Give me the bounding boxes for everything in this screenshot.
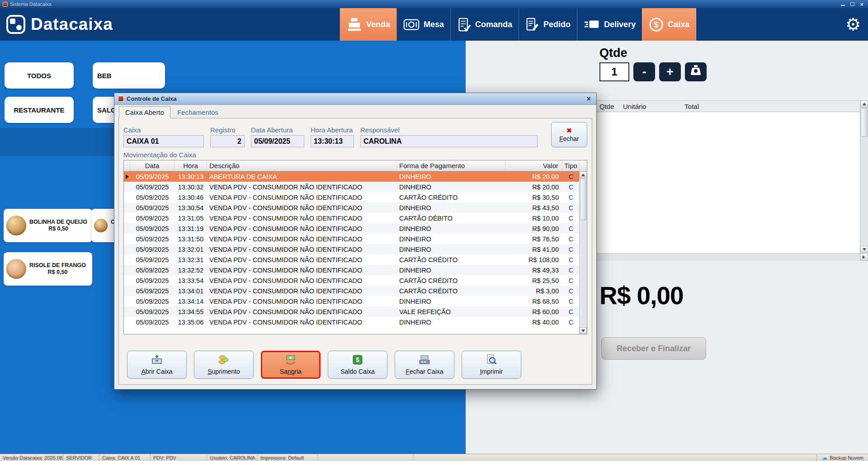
suprimento-button[interactable]: Suprimento	[194, 351, 254, 379]
movement-row[interactable]: 05/09/2025 13:34:14 VENDA PDV - CONSUMID…	[124, 296, 579, 306]
column-forma-pagamento[interactable]: Forma de Pagamento	[397, 160, 505, 171]
cash-actions: Abrir Caixa Suprimento Sangria	[123, 351, 587, 379]
scroll-down-icon[interactable]	[860, 246, 868, 253]
receber-finalizar-button[interactable]: Receber e Finalizar	[601, 337, 706, 360]
movement-row[interactable]: 05/09/2025 13:30:46 VENDA PDV - CONSUMID…	[124, 192, 579, 202]
product-tile-risole-de-frango[interactable]: RISOLE DE FRANGOR$ 0,50	[4, 252, 92, 286]
quantity-input[interactable]	[599, 62, 629, 81]
status-segments: Versão Datacaixa: 2025.08.20 SERVIDOR Ca…	[0, 454, 414, 461]
coins-icon	[218, 354, 230, 367]
movement-row[interactable]: 05/09/2025 13:30:32 VENDA PDV - CONSUMID…	[124, 182, 579, 192]
coin-dollar-icon: $	[649, 17, 664, 32]
scroll-up-icon[interactable]	[860, 100, 868, 108]
movements-table-header: Data Hora Descrição Forma de Pagamento V…	[124, 160, 587, 171]
movement-row[interactable]: 05/09/2025 13:34:01 VENDA PDV - CONSUMID…	[124, 286, 579, 296]
abrir-caixa-button[interactable]: Abrir Caixa	[127, 351, 187, 379]
movements-table-body: 05/09/2025 13:30:13 ABERTURA DE CAIXA DI…	[124, 171, 579, 334]
cash-register-icon	[347, 17, 362, 32]
open-drawer-icon	[151, 354, 163, 367]
imprimir-button[interactable]: Imprimir	[462, 351, 521, 379]
column-data[interactable]: Data	[130, 160, 175, 171]
quantity-increase-button[interactable]: +	[659, 62, 681, 81]
cloud-icon: ☁	[821, 455, 827, 461]
dialog-titlebar[interactable]: Controle de Caixa ×	[114, 93, 596, 105]
minimize-icon[interactable]	[841, 5, 845, 6]
nav-comanda-button[interactable]: Comanda	[450, 8, 519, 41]
status-bar: Versão Datacaixa: 2025.08.20 SERVIDOR Ca…	[0, 454, 868, 461]
scroll-right-icon[interactable]	[860, 253, 868, 261]
movement-row[interactable]: 05/09/2025 13:35:06 VENDA PDV - CONSUMID…	[124, 317, 579, 327]
scroll-down-icon[interactable]	[580, 327, 587, 334]
scrollbar-thumb[interactable]	[861, 108, 868, 137]
column-tipo[interactable]: Tipo	[562, 160, 580, 171]
app-screen: Sistema Datacaixa × Datacaixa Venda M	[0, 0, 868, 461]
tab-caixa-aberto[interactable]: Caixa Aberto	[119, 106, 170, 118]
status-segment	[318, 454, 414, 461]
movement-row[interactable]: 05/09/2025 13:31:50 VENDA PDV - CONSUMID…	[124, 234, 579, 244]
print-preview-icon	[486, 354, 497, 367]
saldo-caixa-button[interactable]: $ Saldo Caixa	[328, 351, 387, 379]
nav-pedido-button[interactable]: Pedido	[519, 8, 577, 41]
scrollbar-thumb[interactable]	[580, 179, 586, 220]
product-photo	[94, 219, 108, 232]
data-abertura-value-field[interactable]: 05/09/2025	[251, 135, 304, 147]
movement-row[interactable]: 05/09/2025 13:32:01 VENDA PDV - CONSUMID…	[124, 244, 579, 254]
movement-row[interactable]: 05/09/2025 13:31:19 VENDA PDV - CONSUMID…	[124, 223, 579, 234]
movement-row[interactable]: 05/09/2025 13:33:54 VENDA PDV - CONSUMID…	[124, 275, 579, 286]
column-descricao[interactable]: Descrição	[207, 160, 397, 171]
dialog-title: Controle de Caixa	[127, 95, 177, 102]
fechar-caixa-button[interactable]: Fechar Caixa	[395, 351, 454, 379]
table-plate-icon	[403, 18, 420, 31]
delivery-icon	[584, 18, 600, 31]
nav-mesa-button[interactable]: Mesa	[396, 8, 450, 41]
movement-row[interactable]: 05/09/2025 13:30:13 ABERTURA DE CAIXA DI…	[124, 171, 579, 182]
caixa-aberto-page: Caixa CAIXA 01 Registro 2 Data Abertura …	[118, 118, 592, 385]
category-button[interactable]: TODOS	[5, 62, 74, 89]
fechar-dialog-button[interactable]: ✖ Fechar	[551, 122, 587, 147]
category-button[interactable]: BEB	[93, 62, 165, 89]
nav-caixa-button[interactable]: $ Caixa	[642, 8, 696, 41]
movement-row[interactable]: 05/09/2025 13:32:52 VENDA PDV - CONSUMID…	[124, 265, 579, 275]
main-area: TODOS BEB RESTAURANTE SALG BOLINHA DE QU…	[0, 41, 868, 454]
movement-row[interactable]: 05/09/2025 13:34:55 VENDA PDV - CONSUMID…	[124, 306, 579, 317]
tab-fechamentos[interactable]: Fechamentos	[171, 107, 224, 118]
sale-list-vertical-scrollbar[interactable]	[860, 100, 868, 253]
nav-venda-button[interactable]: Venda	[340, 8, 396, 41]
caixa-value-field[interactable]: CAIXA 01	[123, 135, 204, 147]
backup-nuvem-indicator[interactable]: ☁ Backup Nuvem	[816, 454, 868, 461]
product-photo	[6, 259, 26, 279]
movement-row[interactable]: 05/09/2025 13:30:54 VENDA PDV - CONSUMID…	[124, 202, 579, 213]
status-segment: Impressora: Default	[258, 454, 318, 461]
registro-label: Registro	[210, 126, 245, 134]
dialog-icon	[118, 96, 124, 102]
scale-button[interactable]	[685, 62, 707, 81]
product-tile-bolinha-de-queijo[interactable]: BOLINHA DE QUEIJOR$ 0,50	[4, 209, 92, 242]
status-segment: Usuário: CAROLINA	[207, 454, 258, 461]
order-check-icon	[457, 18, 471, 32]
quantity-decrease-button[interactable]: -	[633, 62, 655, 81]
scroll-up-icon[interactable]	[580, 171, 587, 178]
column-valor[interactable]: Valor	[505, 160, 562, 171]
category-button[interactable]: RESTAURANTE	[5, 97, 74, 123]
column-hora[interactable]: Hora	[175, 160, 207, 171]
close-icon[interactable]: ×	[860, 1, 863, 7]
movement-row[interactable]: 05/09/2025 13:32:31 VENDA PDV - CONSUMID…	[124, 254, 579, 265]
movements-scrollbar[interactable]	[579, 171, 587, 334]
movement-row[interactable]: 05/09/2025 13:31:05 VENDA PDV - CONSUMID…	[124, 213, 579, 223]
hora-abertura-label: Hora Abertura	[311, 126, 354, 134]
hora-abertura-value-field[interactable]: 13:30:13	[311, 135, 354, 147]
nav-delivery-button[interactable]: Delivery	[577, 8, 642, 41]
status-segment: Versão Datacaixa: 2025.08.20	[0, 454, 63, 461]
cash-register-gray-icon	[419, 354, 430, 367]
sale-total-value: R$ 0,00	[599, 281, 684, 310]
registro-value-field[interactable]: 2	[210, 135, 245, 147]
dialog-close-icon[interactable]: ×	[585, 95, 593, 103]
data-abertura-label: Data Abertura	[251, 126, 304, 134]
maximize-icon[interactable]	[850, 2, 854, 6]
app-icon	[3, 2, 8, 7]
gear-icon[interactable]: ⚙	[845, 16, 861, 33]
sangria-button[interactable]: Sangria	[261, 351, 321, 379]
responsavel-value-field[interactable]: CAROLINA	[360, 135, 538, 147]
dialog-tabs: Caixa Aberto Fechamentos	[114, 105, 596, 118]
red-x-icon: ✖	[566, 127, 572, 134]
